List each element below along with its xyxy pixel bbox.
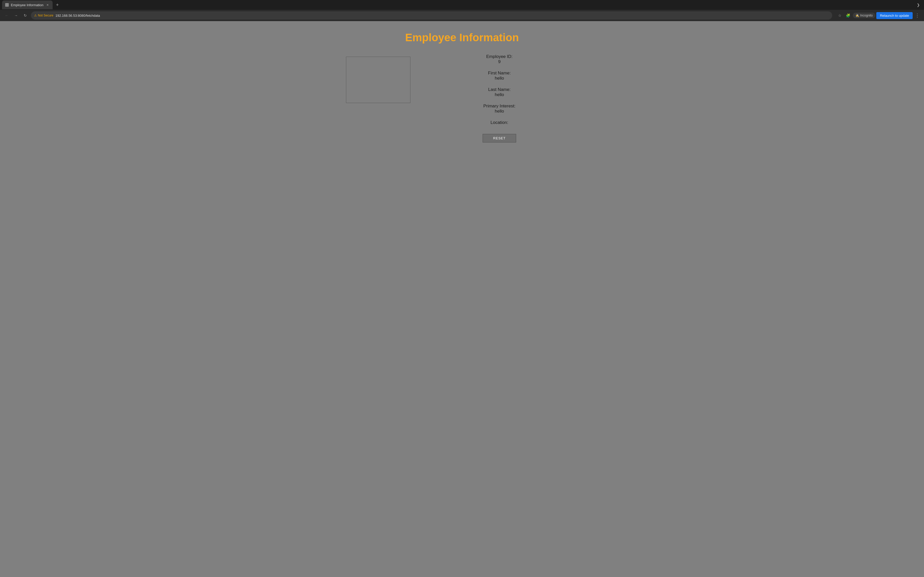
location-group: Location: [491,120,509,125]
employee-id-label: Employee ID: [486,54,512,59]
employee-id-value: 9 [486,59,512,64]
three-dot-menu-button[interactable]: ⋮ [914,12,921,19]
employee-id-group: Employee ID: 9 [486,54,512,64]
incognito-icon: 🕵 [855,14,859,17]
first-name-label: First Name: [488,71,511,76]
browser-chrome: Employee Information ✕ + ❯ ← → ↻ ⚠ Not S… [0,0,924,21]
bookmark-button[interactable]: ☆ [836,12,843,19]
address-bar: ← → ↻ ⚠ Not Secure 192.168.56.53:8080/fe… [0,10,924,21]
page-content: Employee Information Employee ID: 9 Firs… [0,21,924,577]
incognito-label: Incognito [860,14,873,17]
url-bar[interactable]: ⚠ Not Secure 192.168.56.53:8080/fetchdat… [31,11,832,19]
tab-favicon-icon [5,3,9,7]
last-name-group: Last Name: hello [488,87,511,97]
last-name-value: hello [488,92,511,97]
reload-button[interactable]: ↻ [22,12,29,19]
browser-tab[interactable]: Employee Information ✕ [2,0,53,9]
tabs-chevron-icon[interactable]: ❯ [915,1,922,8]
security-indicator: ⚠ Not Secure [34,14,53,17]
first-name-group: First Name: hello [488,71,511,81]
tabs-right-area: ❯ [915,1,922,8]
primary-interest-label: Primary Interest: [483,103,515,109]
main-layout: Employee ID: 9 First Name: hello Last Na… [346,54,578,142]
primary-interest-group: Primary Interest: hello [483,103,515,114]
not-secure-label: Not Secure [38,14,53,17]
incognito-badge: 🕵 Incognito [853,13,876,18]
browser-actions: ☆ 🧩 🕵 Incognito Relaunch to update ⋮ [836,12,921,19]
warning-icon: ⚠ [34,14,37,17]
page-title: Employee Information [405,31,519,44]
tab-title: Employee Information [11,3,43,7]
forward-button[interactable]: → [12,12,19,19]
first-name-value: hello [488,76,511,81]
reset-button[interactable]: RESET [483,134,516,142]
relaunch-button[interactable]: Relaunch to update [876,12,913,19]
url-text: 192.168.56.53:8080/fetchdata [55,14,100,18]
back-button[interactable]: ← [3,12,10,19]
extensions-button[interactable]: 🧩 [845,12,852,19]
new-tab-button[interactable]: + [53,1,61,8]
primary-interest-value: hello [483,109,515,114]
location-label: Location: [491,120,509,125]
employee-info-section: Employee ID: 9 First Name: hello Last Na… [421,54,578,142]
tab-bar: Employee Information ✕ + ❯ [0,0,924,10]
employee-image-placeholder [346,56,410,103]
tab-close-button[interactable]: ✕ [45,3,50,7]
last-name-label: Last Name: [488,87,511,92]
